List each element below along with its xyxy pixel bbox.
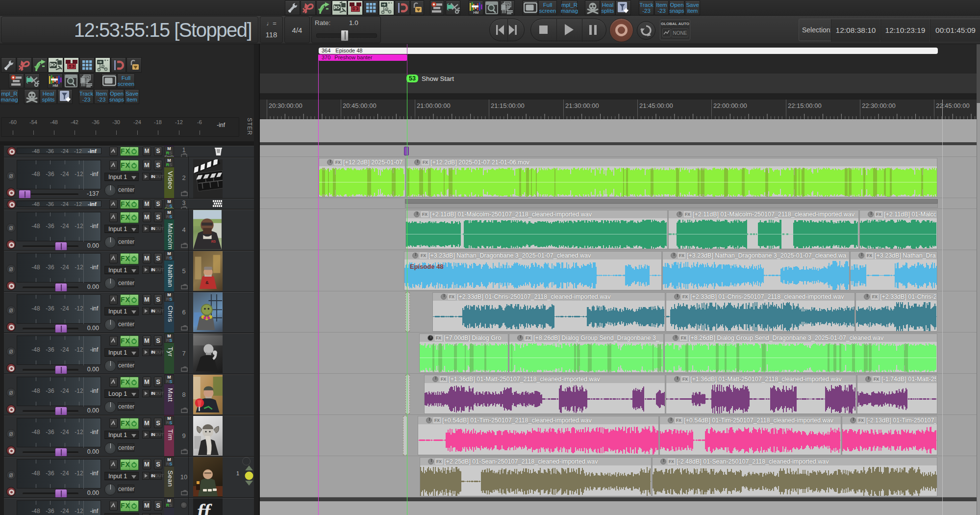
svg-text:R5: R5 [211,240,216,244]
svg-text:&: & [205,280,209,285]
svg-text:HM: HM [474,11,479,14]
svg-text:HM: HM [52,84,58,87]
